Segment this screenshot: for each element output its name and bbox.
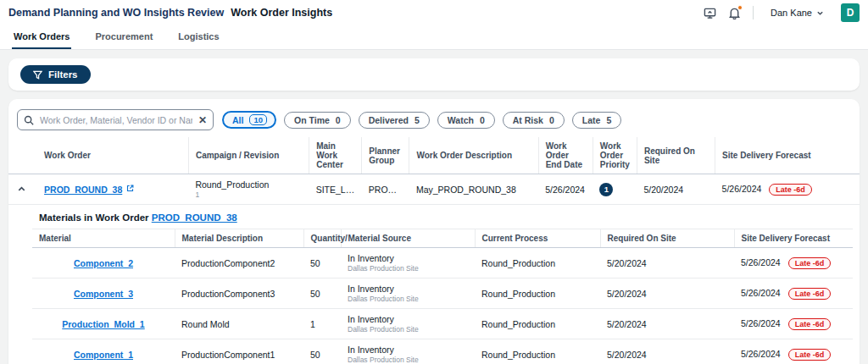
col-work-order-end-date: Work Order End Date [538,137,593,174]
col-material-source: Material Source [341,229,475,248]
chip-on-time-count: 0 [336,115,341,125]
col-material-description: Material Description [175,229,303,248]
col-material: Material [32,229,175,248]
material-forecast-date: 5/26/2024 [741,257,781,267]
material-link[interactable]: Component_3 [74,289,133,299]
col-site-delivery-forecast: Site Delivery Forecast [715,137,860,174]
col-campaign-revision: Campaign / Revision [188,137,309,174]
filters-panel: Filters [8,58,860,91]
chip-watch-label: Watch [448,115,474,125]
materials-section-title: Materials in Work Order PROD_ROUND_38 [8,205,860,229]
col-current-process: Current Process [475,229,600,248]
quantity-value: 50 [303,279,341,309]
chip-watch-count: 0 [480,115,485,125]
clear-search-icon[interactable]: ✕ [198,115,207,125]
work-orders-panel: ✕ All 10 On Time 0 Delivered 5 Watch 0 A… [8,99,860,364]
tab-procurement[interactable]: Procurement [93,25,154,49]
avatar[interactable]: D [841,3,860,22]
material-link[interactable]: Component_1 [74,350,133,360]
filter-funnel-icon [33,70,42,80]
work-order-table-header: Work Order Campaign / Revision Main Work… [8,137,860,174]
chip-delivered-count: 5 [415,115,420,125]
material-description-value: ProductionComponent1 [175,339,303,364]
user-name: Dan Kane [771,8,812,18]
planner-group-value: PROD_PL... [362,174,409,205]
materials-table: Material Material Description Quantity/ … [32,229,853,364]
material-description-value: Round Mold [175,309,303,339]
col-quantity: Quantity/ [303,229,341,248]
current-process-value: Round_Production [475,248,600,279]
tab-work-orders[interactable]: Work Orders [12,25,71,49]
material-link[interactable]: Production_Mold_1 [62,319,144,329]
external-link-icon [126,185,134,192]
material-source-value: In Inventory [348,345,468,355]
material-description-value: ProductionComponent3 [175,279,303,309]
chip-delivered[interactable]: Delivered 5 [359,112,430,129]
notification-dot [737,5,743,10]
material-link[interactable]: Component_2 [74,258,133,268]
material-source-site: Dallas Production Site [348,356,468,364]
work-order-table: Work Order Campaign / Revision Main Work… [8,137,860,205]
tab-logistics[interactable]: Logistics [176,25,220,49]
material-required-on-site-value: 5/20/2024 [600,309,734,339]
material-source-value: In Inventory [348,253,468,263]
materials-work-order-link[interactable]: PROD_ROUND_38 [152,212,237,223]
chip-delivered-label: Delivered [369,115,409,125]
search-and-filter-row: ✕ All 10 On Time 0 Delivered 5 Watch 0 A… [8,101,860,137]
main-work-center-value: SITE_LEAD [309,174,362,205]
chip-all[interactable]: All 10 [222,111,276,129]
filters-button-label: Filters [48,69,78,80]
chip-late-count: 5 [606,115,611,125]
status-chip-group: All 10 On Time 0 Delivered 5 Watch 0 At … [222,111,621,129]
material-source-site: Dallas Production Site [348,295,468,303]
chip-at-risk-label: At Risk [513,115,543,125]
col-main-work-center: Main Work Center [309,137,362,174]
material-source-site: Dallas Production Site [348,264,468,273]
materials-table-header: Material Material Description Quantity/ … [32,229,853,248]
work-order-description-value: May_PROD_ROUND_38 [409,174,538,205]
material-row: Component_1 ProductionComponent1 50 In I… [32,339,853,364]
notifications-bell-icon[interactable] [728,7,741,19]
priority-badge: 1 [599,183,613,196]
chevron-down-icon [816,9,824,17]
primary-tabs: Work Orders Procurement Logistics [0,25,868,50]
quantity-value: 50 [303,248,341,279]
materials-title-prefix: Materials in Work Order [39,212,149,223]
material-required-on-site-value: 5/20/2024 [600,248,734,279]
topbar-actions: Dan Kane D [704,3,860,22]
col-material-forecast: Site Delivery Forecast [734,229,853,248]
chip-all-count: 10 [249,114,267,125]
app-title: Demand Planning and WO Insights Review [8,7,224,19]
collapse-row-chevron-up-icon[interactable] [15,183,28,196]
chip-at-risk[interactable]: At Risk 0 [503,112,565,129]
expander-column-header [8,137,37,174]
page-title: Work Order Insights [231,7,332,19]
current-process-value: Round_Production [475,309,600,339]
work-order-row: PROD_ROUND_38 Round_Production 1 SITE_LE… [8,174,860,205]
search-icon [24,115,34,125]
material-description-value: ProductionComponent2 [175,248,303,279]
work-order-link[interactable]: PROD_ROUND_38 [44,185,122,195]
filters-button[interactable]: Filters [20,65,91,84]
search-box[interactable]: ✕ [17,109,214,130]
materials-table-container: Material Material Description Quantity/ … [32,229,851,364]
chip-all-label: All [232,115,243,125]
share-icon[interactable] [704,7,716,19]
chip-watch[interactable]: Watch 0 [437,112,495,129]
chip-late[interactable]: Late 5 [572,112,621,129]
campaign-value: Round_Production [195,179,302,190]
user-menu-button[interactable]: Dan Kane [765,7,829,19]
quantity-value: 1 [303,309,341,339]
search-input[interactable] [38,114,194,126]
current-process-value: Round_Production [475,279,600,309]
quantity-value: 50 [303,339,341,364]
col-required-on-site: Required On Site [637,137,715,174]
col-work-order-description: Work Order Description [409,137,538,174]
material-source-site: Dallas Production Site [348,325,468,334]
late-status-badge: Late -6d [788,318,832,330]
chip-on-time-label: On Time [294,115,330,125]
col-material-required-on-site: Required On Site [600,229,734,248]
col-planner-group: Planner Group [362,137,409,174]
chip-on-time[interactable]: On Time 0 [284,112,351,129]
late-status-badge: Late -6d [788,349,832,361]
